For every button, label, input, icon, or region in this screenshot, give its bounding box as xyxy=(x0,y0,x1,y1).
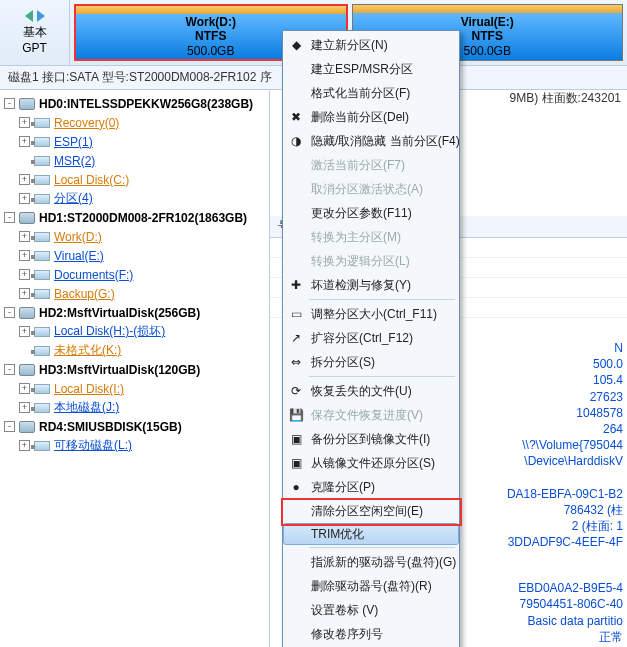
menu-item[interactable]: 建立ESP/MSR分区 xyxy=(283,57,459,81)
menu-item[interactable]: 删除驱动器号(盘符)(R) xyxy=(283,574,459,598)
tree-partition[interactable]: +Documents(F:) xyxy=(0,265,269,284)
tree-label: HD0:INTELSSDPEKKW256G8(238GB) xyxy=(39,97,253,111)
tree-label: HD3:MsftVirtualDisk(120GB) xyxy=(39,363,200,377)
menu-icon xyxy=(287,228,305,246)
partition-icon xyxy=(34,251,50,261)
menu-item: 转换为主分区(M) xyxy=(283,225,459,249)
menu-item[interactable]: TRIM优化 xyxy=(283,523,459,545)
detail-line: 264 xyxy=(507,421,623,437)
tree-label: Documents(F:) xyxy=(54,268,133,282)
tree-partition[interactable]: +分区(4) xyxy=(0,189,269,208)
tree-partition[interactable]: +Virual(E:) xyxy=(0,246,269,265)
tree-label: HD2:MsftVirtualDisk(256GB) xyxy=(39,306,200,320)
context-menu[interactable]: ◆建立新分区(N)建立ESP/MSR分区格式化当前分区(F)✖删除当前分区(De… xyxy=(282,30,460,647)
tree-label: RD4:SMIUSBDISK(15GB) xyxy=(39,420,182,434)
expand-toggle[interactable]: - xyxy=(4,364,15,375)
partition-icon xyxy=(34,137,50,147)
menu-label: 修改卷序列号 xyxy=(311,626,383,643)
menu-label: TRIM优化 xyxy=(311,526,364,543)
expand-toggle[interactable]: - xyxy=(4,307,15,318)
menu-label: 建立ESP/MSR分区 xyxy=(311,61,413,78)
menu-item[interactable]: 更改分区参数(F11) xyxy=(283,201,459,225)
menu-item[interactable]: ◆建立新分区(N) xyxy=(283,33,459,57)
menu-item[interactable]: ●克隆分区(P) xyxy=(283,475,459,499)
menu-item[interactable]: ↗扩容分区(Ctrl_F12) xyxy=(283,326,459,350)
menu-icon: ✚ xyxy=(287,276,305,294)
expand-toggle[interactable]: + xyxy=(19,117,30,128)
tree-partition[interactable]: +本地磁盘(J:) xyxy=(0,398,269,417)
tree-partition[interactable]: +Local Disk(I:) xyxy=(0,379,269,398)
expand-toggle[interactable]: + xyxy=(19,326,30,337)
nav-arrows[interactable] xyxy=(25,10,45,22)
expand-toggle[interactable]: - xyxy=(4,421,15,432)
expand-toggle[interactable]: - xyxy=(4,212,15,223)
tree-partition[interactable]: 未格式化(K:) xyxy=(0,341,269,360)
partition-icon xyxy=(34,194,50,204)
expand-toggle[interactable]: + xyxy=(19,193,30,204)
expand-toggle[interactable]: + xyxy=(19,174,30,185)
menu-label: 调整分区大小(Ctrl_F11) xyxy=(311,306,437,323)
bottom-line: 79504451-806C-40 xyxy=(518,596,623,612)
expand-toggle[interactable]: + xyxy=(19,231,30,242)
expand-toggle[interactable]: + xyxy=(19,269,30,280)
menu-label: 更改分区参数(F11) xyxy=(311,205,412,222)
menu-item[interactable]: ▭调整分区大小(Ctrl_F11) xyxy=(283,302,459,326)
menu-item[interactable]: 设置卷标 (V) xyxy=(283,598,459,622)
tree-partition[interactable]: +Local Disk(C:) xyxy=(0,170,269,189)
tree-label: 分区(4) xyxy=(54,190,93,207)
menu-item[interactable]: ▣备份分区到镜像文件(I) xyxy=(283,427,459,451)
expand-toggle[interactable]: + xyxy=(19,250,30,261)
tree-partition[interactable]: +Local Disk(H:)-(损坏) xyxy=(0,322,269,341)
menu-label: 恢复丢失的文件(U) xyxy=(311,383,412,400)
arrow-left-icon[interactable] xyxy=(25,10,33,22)
partition-icon xyxy=(34,289,50,299)
bottom-values: EBD0A0A2-B9E5-479504451-806C-40Basic dat… xyxy=(518,580,623,645)
detail-values: N500.0105.4276231048578264\\?\Volume{795… xyxy=(507,340,623,550)
menu-label: 删除驱动器号(盘符)(R) xyxy=(311,578,432,595)
menu-item[interactable]: ◑隐藏/取消隐藏 当前分区(F4) xyxy=(283,129,459,153)
menu-item[interactable]: ✚坏道检测与修复(Y) xyxy=(283,273,459,297)
menu-item[interactable]: ▣从镜像文件还原分区(S) xyxy=(283,451,459,475)
tree-partition[interactable]: +可移动磁盘(L:) xyxy=(0,436,269,455)
menu-item: 💾保存文件恢复进度(V) xyxy=(283,403,459,427)
menu-item[interactable]: 修改卷序列号 xyxy=(283,622,459,646)
tree-label: 可移动磁盘(L:) xyxy=(54,437,132,454)
menu-item[interactable]: ⟳恢复丢失的文件(U) xyxy=(283,379,459,403)
menu-label: 清除分区空闲空间(E) xyxy=(311,503,423,520)
tree-partition[interactable]: +Work(D:) xyxy=(0,227,269,246)
menu-label: 克隆分区(P) xyxy=(311,479,375,496)
menu-label: 格式化当前分区(F) xyxy=(311,85,410,102)
menu-separator xyxy=(309,299,455,300)
menu-icon xyxy=(287,502,305,520)
tree-disk[interactable]: -HD1:ST2000DM008-2FR102(1863GB) xyxy=(0,208,269,227)
tree-disk[interactable]: -HD0:INTELSSDPEKKW256G8(238GB) xyxy=(0,94,269,113)
tree-label: Local Disk(C:) xyxy=(54,173,129,187)
detail-line: 2 (柱面: 1 xyxy=(507,518,623,534)
expand-toggle[interactable]: + xyxy=(19,402,30,413)
arrow-right-icon[interactable] xyxy=(37,10,45,22)
tree-partition[interactable]: +Recovery(0) xyxy=(0,113,269,132)
expand-toggle[interactable]: + xyxy=(19,383,30,394)
disk-tree[interactable]: -HD0:INTELSSDPEKKW256G8(238GB)+Recovery(… xyxy=(0,90,270,647)
expand-toggle[interactable]: + xyxy=(19,288,30,299)
menu-item[interactable]: 格式化当前分区(F) xyxy=(283,81,459,105)
menu-icon: ◆ xyxy=(287,36,305,54)
tree-partition[interactable]: +ESP(1) xyxy=(0,132,269,151)
menu-item[interactable]: ⇔拆分分区(S) xyxy=(283,350,459,374)
menu-separator xyxy=(309,376,455,377)
menu-label: 设置卷标 (V) xyxy=(311,602,378,619)
expand-toggle[interactable]: - xyxy=(4,98,15,109)
tree-disk[interactable]: -RD4:SMIUSBDISK(15GB) xyxy=(0,417,269,436)
expand-toggle[interactable]: + xyxy=(19,136,30,147)
tree-disk[interactable]: -HD3:MsftVirtualDisk(120GB) xyxy=(0,360,269,379)
tree-partition[interactable]: MSR(2) xyxy=(0,151,269,170)
menu-item[interactable]: ✖删除当前分区(Del) xyxy=(283,105,459,129)
menu-item[interactable]: 清除分区空闲空间(E) xyxy=(283,499,459,523)
menu-item[interactable]: 指派新的驱动器号(盘符)(G) xyxy=(283,550,459,574)
bottom-line: Basic data partitio xyxy=(518,613,623,629)
partition-icon xyxy=(34,384,50,394)
expand-toggle[interactable]: + xyxy=(19,440,30,451)
tree-disk[interactable]: -HD2:MsftVirtualDisk(256GB) xyxy=(0,303,269,322)
tree-label: Work(D:) xyxy=(54,230,102,244)
tree-partition[interactable]: +Backup(G:) xyxy=(0,284,269,303)
